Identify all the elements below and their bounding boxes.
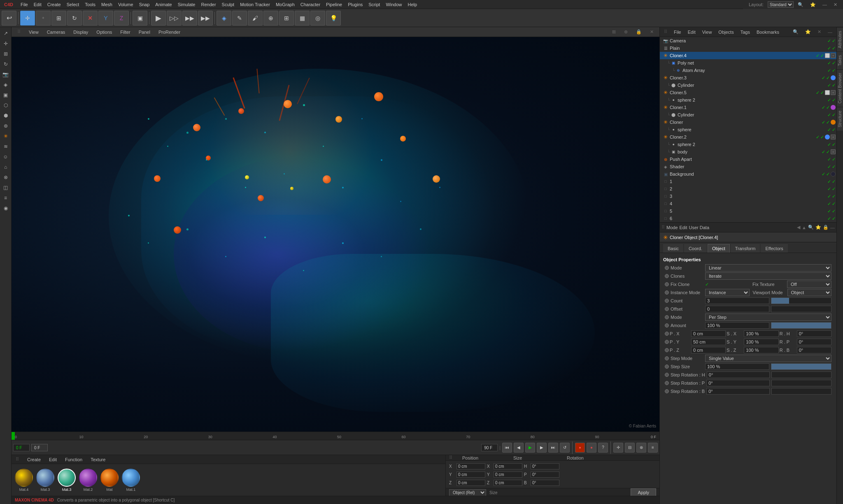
sidebar-tag-icon[interactable]: ⊗ bbox=[1, 173, 10, 182]
menu-create[interactable]: Create bbox=[45, 1, 63, 8]
obj-row-background[interactable]: ▣ Background ✓ ✓ bbox=[660, 170, 836, 178]
obj-row-1[interactable]: □ 1 ✓ ✓ bbox=[660, 178, 836, 185]
timeline-options-button[interactable]: ≡ bbox=[648, 443, 658, 453]
anim-record-button[interactable]: ▶ bbox=[151, 11, 166, 26]
obj-render-sphere2b[interactable]: ✓ bbox=[832, 142, 836, 147]
attr-bookmark-icon[interactable]: ⭐ bbox=[815, 225, 821, 230]
obj-vis-cloner5[interactable]: ✓ bbox=[816, 90, 820, 95]
stepsize-input[interactable] bbox=[705, 363, 769, 370]
obj-row-sphere2a[interactable]: └ ● sphere 2 ✓ ✓ bbox=[660, 96, 836, 104]
obj-vis-2[interactable]: ✓ bbox=[827, 186, 831, 192]
obj-render-cloner4[interactable]: ✓ bbox=[820, 53, 824, 58]
obj-vis-sphere2b[interactable]: ✓ bbox=[827, 142, 831, 147]
select-tool-button[interactable]: ✛ bbox=[20, 11, 35, 26]
vp-tab-display[interactable]: Display bbox=[71, 29, 91, 35]
obj-vis-cloner4[interactable]: ✓ bbox=[816, 53, 820, 58]
stepsize-circle[interactable] bbox=[665, 365, 669, 369]
move-tool-button[interactable]: + bbox=[36, 11, 51, 26]
vp-tab-panel[interactable]: Panel bbox=[136, 29, 153, 35]
layout-select[interactable]: Standard bbox=[768, 1, 794, 8]
amount-input[interactable] bbox=[705, 322, 769, 329]
count-slider[interactable] bbox=[771, 297, 832, 304]
obj-row-plain[interactable]: ☰ Plain ✓ ✓ bbox=[660, 44, 836, 52]
next-frame-button[interactable]: ▶ bbox=[537, 443, 547, 453]
object-space-select[interactable]: Object (Rel) bbox=[449, 489, 486, 496]
obj-row-sphere2b[interactable]: └ ● sphere 2 ✓ ✓ bbox=[660, 141, 836, 148]
transform-button[interactable]: ✕ bbox=[83, 11, 98, 26]
render-button[interactable]: ▶▶ bbox=[198, 11, 213, 26]
steprotp-slider[interactable] bbox=[771, 380, 831, 386]
obj-render-sphere2a[interactable]: ✓ bbox=[832, 98, 836, 103]
obj-vis-cloner3[interactable]: ✓ bbox=[822, 75, 825, 81]
sidebar-char-icon[interactable]: ☺ bbox=[1, 152, 10, 161]
obj-row-2[interactable]: □ 2 ✓ ✓ bbox=[660, 185, 836, 193]
vp-icon-config[interactable]: ⊕ bbox=[622, 28, 630, 35]
obj-row-body[interactable]: └ ▣ body ✓ ✓ + bbox=[660, 148, 836, 156]
undo-button[interactable]: ↩ bbox=[2, 11, 16, 26]
steproth-circle[interactable] bbox=[665, 373, 669, 377]
attr-userdata-btn[interactable]: User Data bbox=[689, 225, 710, 230]
vtab-content-browser[interactable]: Content Browser bbox=[837, 69, 843, 107]
obj-vis-cloner1[interactable]: ✓ bbox=[822, 105, 825, 110]
obj-vis-bg[interactable]: ✓ bbox=[822, 172, 825, 177]
obj-row-cloner[interactable]: ✳ Cloner ✓ ✓ bbox=[660, 118, 836, 126]
obj-vis-pushapart[interactable]: ✓ bbox=[827, 157, 831, 162]
sidebar-rotate-icon[interactable]: ↻ bbox=[1, 60, 10, 69]
sz-input[interactable] bbox=[744, 347, 778, 353]
obj-row-cylinder2[interactable]: └ ⬤ Cylinder ✓ ✓ bbox=[660, 111, 836, 118]
obj-render-sphere[interactable]: ✓ bbox=[832, 127, 836, 132]
sidebar-light-icon[interactable]: ◈ bbox=[1, 80, 10, 89]
obj-vis-plain[interactable]: ✓ bbox=[827, 46, 831, 51]
vp-tab-filter[interactable]: Filter bbox=[118, 29, 133, 35]
menu-pipeline[interactable]: Pipeline bbox=[324, 1, 345, 8]
axis-z-button[interactable]: Z bbox=[114, 11, 129, 26]
steprotp-input[interactable] bbox=[706, 380, 770, 386]
px-input[interactable] bbox=[691, 330, 726, 337]
scale-tool-button[interactable]: ⊞ bbox=[51, 11, 66, 26]
perspective-button[interactable]: ◈ bbox=[217, 11, 231, 26]
sidebar-scale-icon[interactable]: ⊞ bbox=[1, 49, 10, 58]
py-input[interactable] bbox=[691, 339, 726, 345]
obj-vis-4[interactable]: ✓ bbox=[827, 201, 831, 207]
steprotb-input[interactable] bbox=[706, 388, 770, 395]
obj-toolbar-tags[interactable]: Tags bbox=[738, 29, 752, 35]
vp-icon-close[interactable]: ✕ bbox=[647, 28, 656, 35]
record-button[interactable]: ● bbox=[575, 443, 585, 453]
loop-button[interactable]: ↺ bbox=[560, 443, 570, 453]
mat-tab-create[interactable]: Create bbox=[25, 456, 43, 463]
rot-h-input[interactable] bbox=[531, 463, 559, 469]
menu-snap[interactable]: Snap bbox=[137, 1, 152, 8]
fixclone-circle[interactable] bbox=[665, 282, 669, 286]
menu-maxon-logo[interactable]: C4D bbox=[2, 1, 16, 8]
attr-tab-basic[interactable]: Basic bbox=[663, 244, 683, 253]
steprotb-circle[interactable] bbox=[665, 389, 669, 393]
sidebar-hair-icon[interactable]: ≋ bbox=[1, 142, 10, 151]
mode-select[interactable]: Linear Radial Grid Array bbox=[705, 264, 831, 272]
key-add-button[interactable]: ✛ bbox=[613, 443, 623, 453]
viewportmode-select[interactable]: Object Points bbox=[787, 289, 832, 296]
prev-frame-button[interactable]: ◀ bbox=[514, 443, 524, 453]
count-circle[interactable] bbox=[665, 299, 669, 303]
material-item-3a[interactable]: Mat.3 bbox=[36, 469, 54, 492]
obj-toolbar-objects[interactable]: Objects bbox=[716, 29, 736, 35]
obj-vis-atomarray[interactable]: ✓ bbox=[827, 68, 831, 73]
steproth-slider[interactable] bbox=[771, 372, 831, 378]
current-frame-input[interactable]: 0 F bbox=[31, 444, 48, 451]
obj-render-pushapart[interactable]: ✓ bbox=[832, 157, 836, 162]
obj-render-shader[interactable]: ✓ bbox=[832, 164, 836, 170]
obj-row-cloner3[interactable]: ✳ Cloner.3 ✓ ✓ bbox=[660, 74, 836, 81]
offset-input[interactable] bbox=[705, 306, 769, 312]
sidebar-sculpt-icon[interactable]: ⌂ bbox=[1, 163, 10, 172]
vtab-takes[interactable]: Takes bbox=[837, 51, 843, 69]
px-circle[interactable] bbox=[665, 332, 669, 336]
material-item-4[interactable]: Mat.4 bbox=[15, 469, 33, 492]
stepsize-slider[interactable] bbox=[771, 363, 832, 370]
size-z-input[interactable] bbox=[494, 480, 522, 486]
start-frame[interactable]: 0 F bbox=[13, 444, 30, 451]
obj-render-cloner2[interactable]: ✓ bbox=[820, 135, 824, 140]
vp-tab-view[interactable]: View bbox=[26, 29, 41, 35]
menu-volume[interactable]: Volume bbox=[116, 1, 136, 8]
obj-vis-5[interactable]: ✓ bbox=[827, 209, 831, 214]
pos-y-input[interactable] bbox=[456, 471, 485, 478]
obj-render-cyl1[interactable]: ✓ bbox=[832, 83, 836, 88]
